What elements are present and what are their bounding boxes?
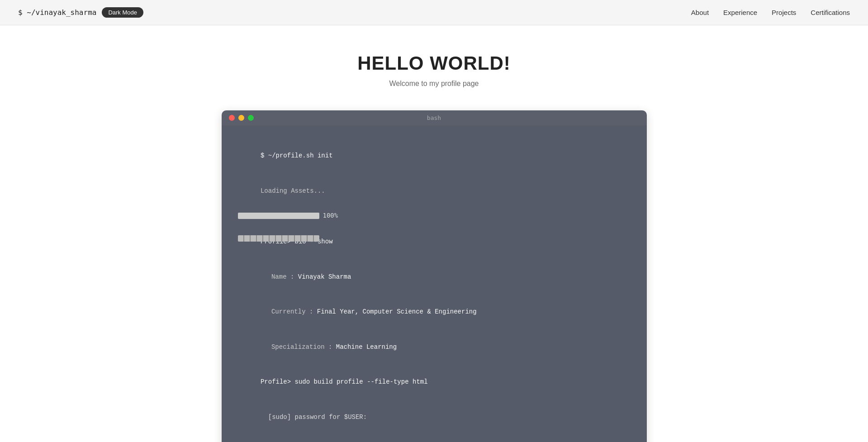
terminal-title: bash <box>427 114 441 121</box>
nav-logo: $ ~/vinayak_sharma <box>18 8 96 17</box>
nav-link-projects[interactable]: Projects <box>772 9 796 16</box>
minimize-icon[interactable] <box>238 115 244 121</box>
terminal-value-name: Vinayak Sharma <box>298 273 351 280</box>
terminal-body: $ ~/profile.sh init Loading Assets... 10… <box>222 125 647 442</box>
terminal-command-1: $ ~/profile.sh init <box>261 152 333 159</box>
terminal-line-build: Profile> sudo build profile --file-type … <box>238 365 631 399</box>
nav-link-experience[interactable]: Experience <box>723 9 757 16</box>
nav-item-certifications[interactable]: Certifications <box>811 9 850 17</box>
close-icon[interactable] <box>229 115 235 121</box>
terminal-line-currently: Currently : Final Year, Computer Science… <box>238 295 631 329</box>
terminal-key-currently: Currently : <box>271 308 317 315</box>
terminal-line-building: building.. <box>238 435 631 442</box>
navbar: $ ~/vinayak_sharma Dark Mode About Exper… <box>0 0 868 25</box>
terminal-line-2: Loading Assets... <box>238 174 631 209</box>
dark-mode-button[interactable]: Dark Mode <box>102 7 143 18</box>
nav-links: About Experience Projects Certifications <box>691 9 850 17</box>
terminal-line-sudo: [sudo] password for $USER: <box>238 400 631 435</box>
terminal-sudo-text: [sudo] password for $USER: <box>261 413 367 421</box>
progress-fill <box>238 235 319 242</box>
nav-item-projects[interactable]: Projects <box>772 9 796 17</box>
terminal-command-3: Profile> sudo build profile --file-type … <box>261 378 428 385</box>
terminal-key-name: Name : <box>271 273 298 280</box>
traffic-lights <box>229 115 254 121</box>
hero-subtitle: Welcome to my profile page <box>9 80 859 88</box>
terminal-titlebar: bash <box>222 110 647 125</box>
terminal-window: bash $ ~/profile.sh init Loading Assets.… <box>222 110 647 442</box>
terminal-line-specialization: Specialization : Machine Learning <box>238 330 631 365</box>
nav-link-about[interactable]: About <box>691 9 709 16</box>
terminal-loading-text: Loading Assets... <box>261 187 325 195</box>
terminal-progress-line: 100% <box>238 210 338 221</box>
nav-left: $ ~/vinayak_sharma Dark Mode <box>18 7 143 18</box>
maximize-icon[interactable] <box>248 115 254 121</box>
nav-item-experience[interactable]: Experience <box>723 9 757 17</box>
terminal-value-specialization: Machine Learning <box>336 343 397 351</box>
nav-item-about[interactable]: About <box>691 9 709 17</box>
nav-link-certifications[interactable]: Certifications <box>811 9 850 16</box>
terminal-key-specialization: Specialization : <box>271 343 336 351</box>
terminal-line-1: $ ~/profile.sh init <box>238 139 631 173</box>
progress-bar <box>238 213 319 219</box>
hero-title: HELLO WORLD! <box>9 52 859 74</box>
terminal-line-name: Name : Vinayak Sharma <box>238 260 631 294</box>
hero-section: HELLO WORLD! Welcome to my profile page <box>0 25 868 101</box>
progress-percent: 100% <box>323 210 338 221</box>
terminal-value-currently: Final Year, Computer Science & Engineeri… <box>317 308 477 315</box>
